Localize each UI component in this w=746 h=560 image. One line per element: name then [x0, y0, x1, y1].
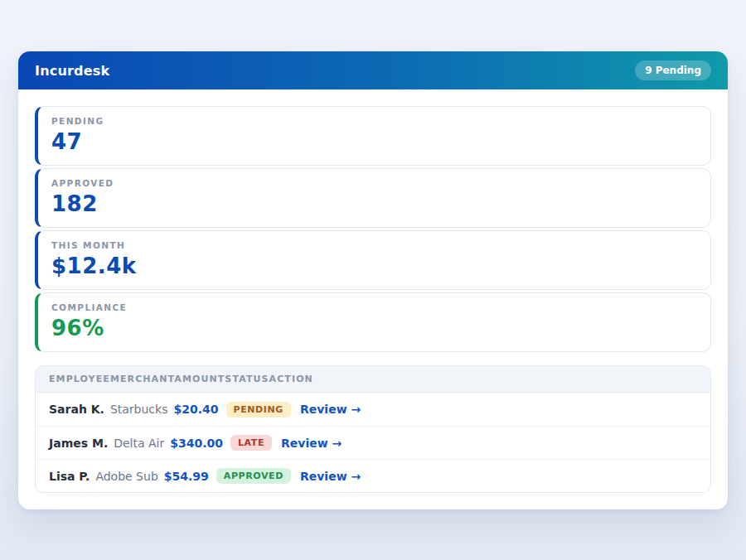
- merchant-name: Delta Air: [114, 437, 164, 450]
- review-link[interactable]: Review →: [281, 437, 342, 450]
- stat-value: 182: [51, 191, 697, 216]
- stat-card-compliance: COMPLIANCE 96%: [35, 292, 711, 352]
- main-panel: Incurdesk 9 Pending PENDING 47 APPROVED …: [18, 51, 728, 509]
- stat-label: THIS MONTH: [51, 240, 697, 250]
- amount-value: $20.40: [173, 403, 218, 416]
- table-header-row: EMPLOYEEMERCHANTAMOUNTSTATUSACTION: [36, 366, 710, 393]
- amount-value: $340.00: [170, 437, 223, 450]
- table-row: James M. Delta Air $340.00 LATE Review →: [36, 426, 710, 459]
- stat-card-this-month: THIS MONTH $12.4k: [35, 230, 711, 290]
- employee-name: Lisa P.: [49, 470, 90, 483]
- stat-label: APPROVED: [51, 178, 697, 188]
- stat-value: 47: [51, 129, 697, 154]
- app-header: Incurdesk 9 Pending: [18, 51, 728, 89]
- stat-card-approved: APPROVED 182: [35, 168, 711, 228]
- column-header-amount: AMOUNT: [174, 374, 225, 384]
- review-link[interactable]: Review →: [300, 403, 361, 416]
- status-badge: LATE: [230, 435, 272, 451]
- employee-name: James M.: [49, 437, 108, 450]
- stat-label: COMPLIANCE: [51, 302, 697, 312]
- transactions-table: EMPLOYEEMERCHANTAMOUNTSTATUSACTION Sarah…: [35, 365, 711, 493]
- status-badge: PENDING: [226, 402, 291, 418]
- stat-value: $12.4k: [51, 253, 697, 278]
- status-badge: APPROVED: [216, 468, 291, 484]
- employee-name: Sarah K.: [49, 403, 104, 416]
- merchant-name: Starbucks: [110, 403, 168, 416]
- review-link[interactable]: Review →: [300, 470, 361, 483]
- column-header-status: STATUS: [225, 374, 269, 384]
- stat-card-pending: PENDING 47: [35, 106, 711, 166]
- stat-value: 96%: [51, 316, 697, 340]
- table-row: Sarah K. Starbucks $20.40 PENDING Review…: [36, 393, 710, 426]
- stat-label: PENDING: [51, 116, 697, 126]
- amount-value: $54.99: [164, 470, 209, 483]
- column-header-merchant: MERCHANT: [110, 374, 174, 384]
- panel-body: PENDING 47 APPROVED 182 THIS MONTH $12.4…: [18, 89, 728, 509]
- merchant-name: Adobe Sub: [95, 470, 157, 483]
- app-title: Incurdesk: [35, 63, 109, 79]
- column-header-action: ACTION: [269, 374, 313, 384]
- table-row: Lisa P. Adobe Sub $54.99 APPROVED Review…: [36, 459, 710, 492]
- column-header-employee: EMPLOYEE: [49, 374, 110, 384]
- pending-count-badge: 9 Pending: [635, 60, 711, 80]
